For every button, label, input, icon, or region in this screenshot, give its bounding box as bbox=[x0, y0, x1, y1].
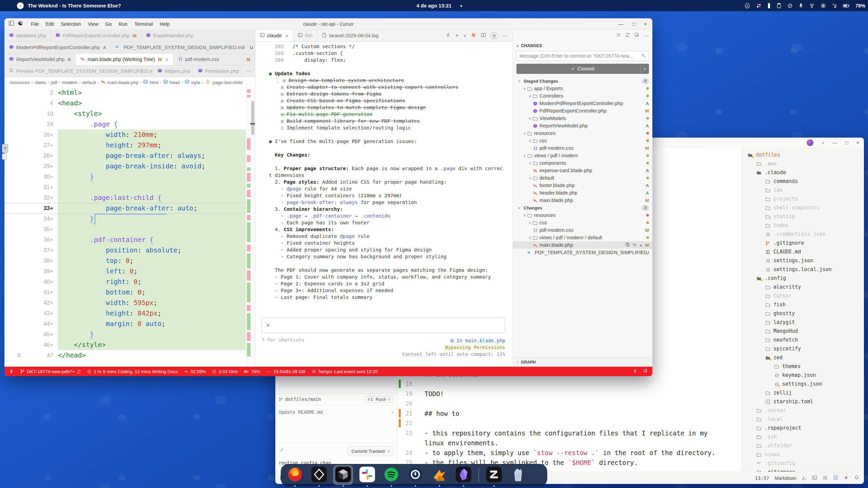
menu-go[interactable]: Go bbox=[102, 20, 115, 28]
battery-icon[interactable] bbox=[843, 3, 850, 8]
tree-item-projects[interactable]: projects bbox=[742, 195, 864, 203]
claude-terminal[interactable]: 202 /* Custom sections */ 203 .custom-se… bbox=[255, 42, 513, 367]
tree-item--local[interactable]: .local bbox=[742, 415, 864, 424]
crumb--page-last-child[interactable]: .page:last-child bbox=[205, 79, 242, 85]
commit-tracked-button[interactable]: Commit Tracked∨ bbox=[348, 446, 394, 456]
tree-item-ide[interactable]: ide bbox=[742, 186, 864, 195]
chevron-down-icon[interactable]: ∨ bbox=[463, 34, 466, 38]
spark-icon[interactable] bbox=[471, 33, 476, 39]
time-tracker[interactable]: 1 hr 8 mins Coding, 12 mins Writing Docs bbox=[87, 369, 178, 374]
debug-icon[interactable] bbox=[823, 475, 828, 481]
ports-icon[interactable] bbox=[633, 369, 637, 374]
scm-item-css[interactable]: ∨css bbox=[513, 137, 652, 144]
crumb-views[interactable]: views bbox=[35, 80, 46, 85]
tree-item--gitconfig[interactable]: .gitconfig bbox=[742, 459, 864, 468]
tab-overflow-button[interactable]: ⋯ bbox=[241, 65, 255, 77]
file-context[interactable]: ⧉ In main.blade.php bbox=[402, 337, 505, 344]
tree-item--gitignore[interactable]: .gitignore bbox=[742, 468, 864, 472]
tree-item-fish[interactable]: fish bbox=[742, 300, 864, 309]
refresh-icon[interactable] bbox=[625, 33, 630, 39]
dock-onepassword-icon[interactable] bbox=[406, 466, 425, 484]
scm-item-pdf-template-system-design-simplified-md[interactable]: M↓PDF_TEMPLATE_SYSTEM_DESIGN_SIMPLIFIED.… bbox=[513, 249, 652, 256]
dock-origami-icon[interactable] bbox=[430, 466, 449, 484]
tree-item-nixos[interactable]: nixos bbox=[742, 450, 864, 459]
generate-message-icon[interactable] bbox=[641, 53, 646, 59]
capsule-icon[interactable] bbox=[767, 3, 771, 9]
tab-pdfreportexportcontroller-php[interactable]: PdfReportExportController.phpM bbox=[51, 30, 141, 41]
scm-item-pdfreportexportcontroller-php[interactable]: PdfReportExportController.phpM bbox=[513, 107, 652, 115]
cursor-logo-icon[interactable] bbox=[18, 20, 23, 27]
terminal-tab-fish[interactable]: fish bbox=[293, 30, 318, 41]
repo-selector[interactable]: dotfiles/main ↑1 Push∨ bbox=[275, 393, 397, 405]
tree-item-starship-toml[interactable]: tstarship.toml bbox=[742, 397, 864, 406]
tree-item-settings-json[interactable]: {}settings.json bbox=[742, 256, 864, 265]
tree-item-todos[interactable]: todos bbox=[742, 221, 864, 230]
ram-usage[interactable]: ⋯ 19.54/61.59 GB bbox=[266, 369, 305, 374]
clipboard-icon[interactable] bbox=[776, 3, 782, 8]
scm-item-resources[interactable]: ∨resources bbox=[513, 129, 652, 137]
chevron-down-icon[interactable]: ∨ bbox=[527, 176, 533, 180]
chevron-down-icon[interactable]: ∨ bbox=[522, 213, 527, 218]
screencast-icon[interactable] bbox=[821, 3, 826, 8]
commit-message-row[interactable]: Update README.md ↗ bbox=[275, 407, 397, 417]
close-icon[interactable]: × bbox=[285, 33, 289, 39]
tab-reportviewmodel-php[interactable]: ReportViewModel.phpA bbox=[4, 54, 76, 65]
chevron-down-icon[interactable]: ∨ bbox=[516, 206, 522, 210]
tree-item--credentials-json[interactable]: {}.credentials.json bbox=[742, 230, 864, 239]
chevron-down-icon[interactable]: ∨ bbox=[527, 221, 533, 225]
stage-icon[interactable]: + bbox=[639, 242, 643, 248]
notifications-icon[interactable] bbox=[643, 369, 648, 374]
tree-item-themes[interactable]: themes bbox=[742, 362, 864, 371]
chevron-down-icon[interactable]: ∨ bbox=[822, 141, 824, 145]
open-file-icon[interactable] bbox=[625, 242, 630, 248]
tree-item-shell-snapshots[interactable]: shell-snapshots bbox=[742, 203, 864, 212]
help-icon[interactable]: ? bbox=[2, 144, 8, 153]
plus-icon[interactable]: + bbox=[455, 32, 459, 39]
commit-dropdown[interactable]: ∨ bbox=[640, 64, 649, 74]
more-icon[interactable]: ⋯ bbox=[502, 33, 508, 39]
scm-item-app-exports[interactable]: ∨app / Exports bbox=[513, 85, 652, 92]
tree-item-settings-json[interactable]: {}settings.json bbox=[742, 380, 864, 388]
tree-item-statsig[interactable]: statsig bbox=[742, 212, 864, 221]
scm-item-reportviewmodel-php[interactable]: ReportViewModel.phpA bbox=[513, 122, 652, 129]
split-icon[interactable] bbox=[481, 33, 486, 39]
clock[interactable]: 4 de ago 13:21 bbox=[416, 3, 451, 8]
extensions-icon[interactable] bbox=[756, 3, 762, 8]
tree-item--ssh[interactable]: .ssh bbox=[742, 432, 864, 441]
chevron-down-icon[interactable]: ∨ bbox=[522, 86, 527, 91]
expand-icon[interactable]: ↗ bbox=[391, 409, 394, 415]
tab-pdf-modern-css[interactable]: {}pdf-modern.cssM bbox=[173, 54, 255, 65]
tree-item-mangohud[interactable]: MangoHud bbox=[742, 327, 864, 336]
tree-item-zellij[interactable]: zellij bbox=[742, 388, 864, 397]
scm-item-main-blade-php[interactable]: main.blade.php+M bbox=[513, 241, 652, 249]
tree-item--claude[interactable]: .claude bbox=[742, 168, 864, 177]
terminal-tab-claude[interactable]: claude× bbox=[255, 30, 293, 41]
avatar[interactable] bbox=[807, 139, 813, 146]
tab-helpers-php[interactable]: helpers.php bbox=[153, 65, 193, 77]
crumb-main-blade-php[interactable]: main.blade.php bbox=[101, 79, 138, 85]
menu-edit[interactable]: Edit bbox=[42, 20, 57, 28]
menu-run[interactable]: Run bbox=[115, 20, 131, 28]
menu-help[interactable]: Help bbox=[156, 20, 173, 28]
scm-item-staged-changes[interactable]: ∨Staged Changes8 bbox=[513, 77, 652, 85]
scm-item-resources[interactable]: ∨resources bbox=[513, 211, 652, 219]
close-button[interactable]: × bbox=[644, 21, 647, 27]
tree-item--ropeproject[interactable]: .ropeproject bbox=[742, 424, 864, 432]
chevron-down-icon[interactable]: ∨ bbox=[516, 79, 522, 83]
terminal-tab-laravel-2025-08-04-log[interactable]: laravel-2025-08-04.log bbox=[317, 30, 383, 41]
maximize-button[interactable]: □ bbox=[845, 140, 848, 145]
scm-item-viewmodels[interactable]: ∨ViewModels bbox=[513, 115, 652, 122]
diff-editor[interactable]: 2<html>4<head>10 <style>24 .page {26+ wi… bbox=[4, 87, 255, 367]
scm-item-header-blade-php[interactable]: header.blade.phpA bbox=[513, 189, 652, 197]
more-icon[interactable]: ⋯ bbox=[644, 33, 649, 39]
tree-item--stfolder[interactable]: .stfolder bbox=[742, 441, 864, 450]
minimize-button[interactable]: — bbox=[618, 21, 623, 27]
claude-prompt-input[interactable]: > bbox=[261, 318, 505, 333]
terminal-icon[interactable] bbox=[812, 475, 817, 481]
mic-icon[interactable] bbox=[798, 3, 803, 8]
tab-permission-php[interactable]: Permission.php bbox=[193, 65, 241, 77]
chevron-down-icon[interactable]: ∨ bbox=[516, 44, 519, 48]
dock-slack-icon[interactable] bbox=[358, 466, 376, 484]
wifi-icon[interactable] bbox=[809, 3, 815, 8]
scm-item-expense-card-blade-php[interactable]: expense-card.blade.phpA bbox=[513, 167, 652, 174]
